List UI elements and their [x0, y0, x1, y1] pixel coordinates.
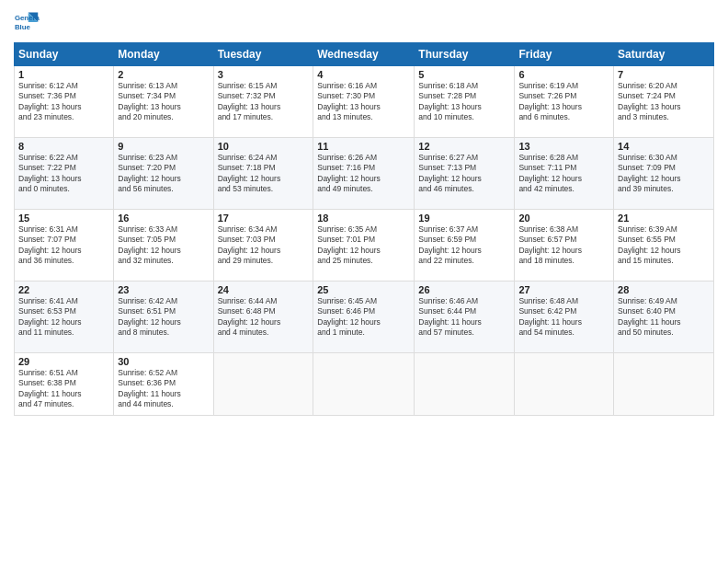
calendar-cell: 4Sunrise: 6:16 AM Sunset: 7:30 PM Daylig…	[313, 66, 415, 138]
calendar-cell: 2Sunrise: 6:13 AM Sunset: 7:34 PM Daylig…	[114, 66, 213, 138]
day-info: Sunrise: 6:30 AM Sunset: 7:09 PM Dayligh…	[618, 153, 710, 195]
day-info: Sunrise: 6:41 AM Sunset: 6:53 PM Dayligh…	[18, 296, 109, 339]
day-number: 21	[618, 213, 710, 224]
day-info: Sunrise: 6:31 AM Sunset: 7:07 PM Dayligh…	[18, 224, 109, 267]
calendar-cell: 14Sunrise: 6:30 AM Sunset: 7:09 PM Dayli…	[614, 138, 714, 210]
svg-text:Blue: Blue	[15, 23, 31, 31]
day-number: 26	[418, 284, 510, 295]
logo-icon: General Blue	[14, 9, 40, 35]
calendar-cell: 30Sunrise: 6:52 AM Sunset: 6:36 PM Dayli…	[114, 353, 213, 416]
calendar-cell: 1Sunrise: 6:12 AM Sunset: 7:36 PM Daylig…	[15, 66, 114, 138]
day-info: Sunrise: 6:51 AM Sunset: 6:38 PM Dayligh…	[18, 368, 109, 410]
day-number: 23	[118, 284, 209, 295]
day-info: Sunrise: 6:12 AM Sunset: 7:36 PM Dayligh…	[18, 81, 109, 123]
calendar-cell: 21Sunrise: 6:39 AM Sunset: 6:55 PM Dayli…	[614, 210, 714, 282]
calendar-cell: 19Sunrise: 6:37 AM Sunset: 6:59 PM Dayli…	[415, 210, 515, 282]
day-info: Sunrise: 6:26 AM Sunset: 7:16 PM Dayligh…	[317, 153, 410, 195]
day-info: Sunrise: 6:33 AM Sunset: 7:05 PM Dayligh…	[118, 224, 209, 267]
day-number: 5	[418, 69, 510, 80]
calendar-cell: 5Sunrise: 6:18 AM Sunset: 7:28 PM Daylig…	[415, 66, 515, 138]
day-info: Sunrise: 6:39 AM Sunset: 6:55 PM Dayligh…	[618, 224, 710, 267]
day-number: 15	[18, 213, 109, 224]
calendar-cell: 29Sunrise: 6:51 AM Sunset: 6:38 PM Dayli…	[15, 353, 114, 416]
day-number: 9	[118, 141, 209, 152]
day-number: 25	[317, 284, 410, 295]
day-number: 17	[218, 213, 310, 224]
day-number: 16	[118, 213, 209, 224]
day-info: Sunrise: 6:16 AM Sunset: 7:30 PM Dayligh…	[317, 81, 410, 123]
day-info: Sunrise: 6:28 AM Sunset: 7:11 PM Dayligh…	[518, 153, 609, 195]
day-info: Sunrise: 6:44 AM Sunset: 6:48 PM Dayligh…	[218, 296, 310, 339]
day-info: Sunrise: 6:27 AM Sunset: 7:13 PM Dayligh…	[418, 153, 510, 195]
calendar-cell: 8Sunrise: 6:22 AM Sunset: 7:22 PM Daylig…	[15, 138, 114, 210]
weekday-header-sunday: Sunday	[15, 43, 114, 66]
day-number: 12	[418, 141, 510, 152]
day-info: Sunrise: 6:19 AM Sunset: 7:26 PM Dayligh…	[518, 81, 609, 123]
calendar-cell: 15Sunrise: 6:31 AM Sunset: 7:07 PM Dayli…	[15, 210, 114, 282]
day-info: Sunrise: 6:15 AM Sunset: 7:32 PM Dayligh…	[218, 81, 310, 123]
calendar-cell: 26Sunrise: 6:46 AM Sunset: 6:44 PM Dayli…	[415, 282, 515, 353]
day-info: Sunrise: 6:48 AM Sunset: 6:42 PM Dayligh…	[518, 296, 609, 339]
day-number: 3	[218, 69, 310, 80]
calendar-cell	[614, 353, 714, 416]
day-number: 6	[518, 69, 609, 80]
day-info: Sunrise: 6:34 AM Sunset: 7:03 PM Dayligh…	[218, 224, 310, 267]
day-number: 20	[518, 213, 609, 224]
day-info: Sunrise: 6:52 AM Sunset: 6:36 PM Dayligh…	[118, 368, 209, 410]
day-info: Sunrise: 6:46 AM Sunset: 6:44 PM Dayligh…	[418, 296, 510, 339]
calendar-cell	[213, 353, 313, 416]
day-number: 27	[518, 284, 609, 295]
calendar-cell: 9Sunrise: 6:23 AM Sunset: 7:20 PM Daylig…	[114, 138, 213, 210]
day-info: Sunrise: 6:35 AM Sunset: 7:01 PM Dayligh…	[317, 224, 410, 267]
day-info: Sunrise: 6:45 AM Sunset: 6:46 PM Dayligh…	[317, 296, 410, 339]
calendar-cell: 7Sunrise: 6:20 AM Sunset: 7:24 PM Daylig…	[614, 66, 714, 138]
calendar-cell: 13Sunrise: 6:28 AM Sunset: 7:11 PM Dayli…	[515, 138, 614, 210]
day-number: 14	[618, 141, 710, 152]
calendar-cell	[415, 353, 515, 416]
day-number: 11	[317, 141, 410, 152]
calendar-week-5: 29Sunrise: 6:51 AM Sunset: 6:38 PM Dayli…	[15, 353, 714, 416]
weekday-header-wednesday: Wednesday	[313, 43, 415, 66]
day-info: Sunrise: 6:38 AM Sunset: 6:57 PM Dayligh…	[518, 224, 609, 267]
day-number: 1	[18, 69, 109, 80]
page-container: General Blue SundayMondayTuesdayWednesda…	[0, 0, 728, 563]
weekday-header-friday: Friday	[515, 43, 614, 66]
calendar-cell: 24Sunrise: 6:44 AM Sunset: 6:48 PM Dayli…	[213, 282, 313, 353]
calendar-cell: 23Sunrise: 6:42 AM Sunset: 6:51 PM Dayli…	[114, 282, 213, 353]
day-number: 28	[618, 284, 710, 295]
weekday-header-saturday: Saturday	[614, 43, 714, 66]
calendar-cell: 11Sunrise: 6:26 AM Sunset: 7:16 PM Dayli…	[313, 138, 415, 210]
day-info: Sunrise: 6:42 AM Sunset: 6:51 PM Dayligh…	[118, 296, 209, 339]
calendar-cell: 18Sunrise: 6:35 AM Sunset: 7:01 PM Dayli…	[313, 210, 415, 282]
day-info: Sunrise: 6:18 AM Sunset: 7:28 PM Dayligh…	[418, 81, 510, 123]
weekday-header-monday: Monday	[114, 43, 213, 66]
day-number: 22	[18, 284, 109, 295]
page-header: General Blue	[14, 9, 714, 35]
day-number: 10	[218, 141, 310, 152]
calendar-week-2: 8Sunrise: 6:22 AM Sunset: 7:22 PM Daylig…	[15, 138, 714, 210]
calendar-cell: 3Sunrise: 6:15 AM Sunset: 7:32 PM Daylig…	[213, 66, 313, 138]
calendar-table: SundayMondayTuesdayWednesdayThursdayFrid…	[14, 42, 714, 416]
day-info: Sunrise: 6:49 AM Sunset: 6:40 PM Dayligh…	[618, 296, 710, 339]
calendar-cell: 25Sunrise: 6:45 AM Sunset: 6:46 PM Dayli…	[313, 282, 415, 353]
calendar-cell: 17Sunrise: 6:34 AM Sunset: 7:03 PM Dayli…	[213, 210, 313, 282]
weekday-header-row: SundayMondayTuesdayWednesdayThursdayFrid…	[15, 43, 714, 66]
calendar-cell: 16Sunrise: 6:33 AM Sunset: 7:05 PM Dayli…	[114, 210, 213, 282]
calendar-week-1: 1Sunrise: 6:12 AM Sunset: 7:36 PM Daylig…	[15, 66, 714, 138]
day-number: 7	[618, 69, 710, 80]
calendar-cell: 10Sunrise: 6:24 AM Sunset: 7:18 PM Dayli…	[213, 138, 313, 210]
day-number: 8	[18, 141, 109, 152]
day-info: Sunrise: 6:24 AM Sunset: 7:18 PM Dayligh…	[218, 153, 310, 195]
day-number: 29	[18, 356, 109, 367]
calendar-cell	[313, 353, 415, 416]
svg-text:General: General	[15, 14, 40, 22]
calendar-cell: 22Sunrise: 6:41 AM Sunset: 6:53 PM Dayli…	[15, 282, 114, 353]
logo: General Blue	[14, 9, 41, 35]
day-info: Sunrise: 6:13 AM Sunset: 7:34 PM Dayligh…	[118, 81, 209, 123]
weekday-header-thursday: Thursday	[415, 43, 515, 66]
calendar-cell: 20Sunrise: 6:38 AM Sunset: 6:57 PM Dayli…	[515, 210, 614, 282]
day-info: Sunrise: 6:37 AM Sunset: 6:59 PM Dayligh…	[418, 224, 510, 267]
weekday-header-tuesday: Tuesday	[213, 43, 313, 66]
day-number: 13	[518, 141, 609, 152]
day-number: 30	[118, 356, 209, 367]
